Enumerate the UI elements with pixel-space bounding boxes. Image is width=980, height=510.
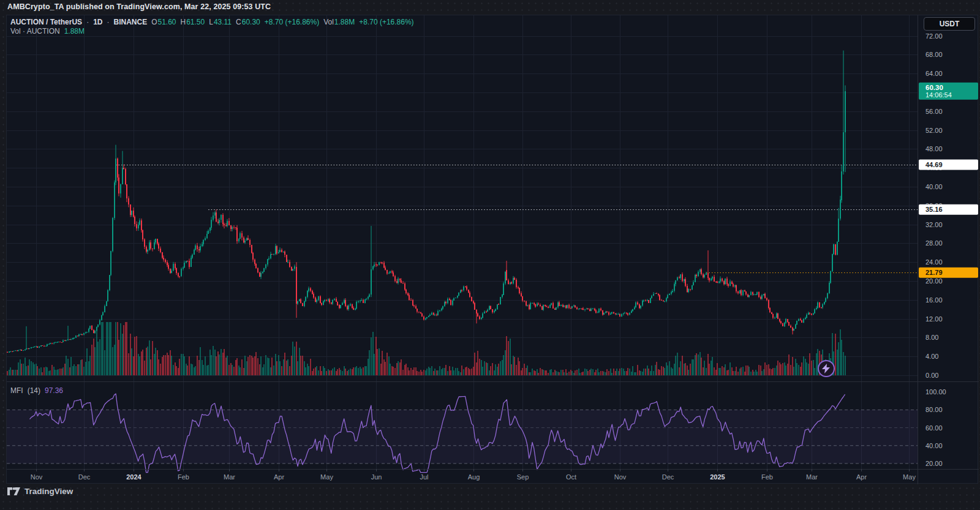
flash-icon-button[interactable] [818,360,835,377]
time-axis-label[interactable]: May [320,473,333,481]
legend-token: · [86,18,89,26]
legend-token: C [236,18,241,26]
legend-token: Vol · AUCTION [10,27,60,36]
candle-wicks-up [9,51,845,353]
price-axis-tick[interactable]: 20.00 [925,277,943,285]
price-axis-tick[interactable]: 72.00 [925,32,943,40]
legend-token: AUCTION / TetherUS [10,18,82,26]
price-axis-tick[interactable]: 64.00 [925,70,943,77]
price-axis-tick[interactable]: 24.00 [925,258,943,266]
time-axis-label[interactable]: Jun [371,473,382,481]
time-axis-label[interactable]: Oct [566,473,576,481]
level-axis-label-text: 35.16 [925,206,943,213]
time-axis-label[interactable]: 2024 [126,473,141,481]
price-axis-tick[interactable]: 16.00 [925,296,943,304]
legend-token: 1.88M [334,18,355,26]
legend-token: 1.88M [64,27,85,36]
volume-status-line: Vol · AUCTION1.88M [10,27,418,36]
price-axis-tick[interactable]: 40.00 [925,183,943,190]
mfi-legend-token: (14) [28,386,40,395]
time-axis-label[interactable]: Nov [31,473,43,481]
price-axis-tick[interactable]: 12.00 [925,315,943,323]
legend-token: 51.60 [157,18,176,26]
time-axis-label[interactable]: Mar [806,473,818,481]
legend-token: 1D [93,18,102,26]
legend-token: +8.70 (+16.86%) [359,18,413,26]
tradingview-logo[interactable]: TradingView [7,486,73,497]
price-axis-tick[interactable]: 48.00 [925,145,943,152]
level-axis-label-text: 44.69 [925,161,943,168]
legend-token: · [107,18,109,26]
time-axis-label[interactable]: Apr [856,473,867,481]
legend-token: 43.11 [214,18,232,26]
legend-token: L [209,18,213,26]
symbol-status-line: AUCTION / TetherUS·1D·BINANCEO51.60H61.5… [10,18,418,26]
time-axis-label[interactable]: Sep [517,473,529,481]
bar-countdown: 14:06:54 [925,91,952,99]
mfi-legend-token: MFI [10,386,23,395]
legend-token: O [151,18,157,26]
price-axis-tick[interactable]: 8.00 [925,334,938,341]
mfi-axis-tick[interactable]: 20.00 [925,460,943,467]
time-axis-label[interactable]: Aug [468,473,480,481]
time-axis-label[interactable]: Apr [274,473,284,481]
tradingview-mark-icon [7,486,20,497]
tradingview-wordmark: TradingView [24,487,73,496]
legend-token: Vol [323,18,334,26]
attribution-bar: AMBCrypto_TA published on TradingView.co… [7,2,271,11]
symbol-legend: AUCTION / TetherUS·1D·BINANCEO51.60H61.5… [10,18,418,36]
price-axis-tick[interactable]: 28.00 [925,239,943,247]
time-axis-label[interactable]: Feb [178,473,189,481]
mfi-axis-tick[interactable]: 40.00 [925,442,943,449]
price-axis-tick[interactable]: 56.00 [925,108,943,115]
mfi-axis-tick[interactable]: 60.00 [925,424,943,432]
mfi-legend-token: 97.36 [45,386,63,395]
time-axis-label[interactable]: May [903,473,916,481]
time-axis-label[interactable]: Nov [614,473,627,481]
legend-token: H [181,18,186,26]
price-axis-tick[interactable]: 4.00 [925,353,938,360]
price-chart[interactable]: 0.004.008.0012.0016.0020.0024.0028.0032.… [7,15,979,484]
legend-token: 61.50 [186,18,205,26]
legend-token: 60.30 [242,18,260,26]
candle-bodies-down [7,159,836,353]
legend-token: +8.70 (+16.86%) [265,18,319,26]
price-axis-tick[interactable]: 68.00 [925,51,943,58]
legend-token: BINANCE [113,18,147,26]
time-axis-label[interactable]: Dec [662,473,674,481]
time-axis-label[interactable]: Jul [420,473,428,481]
chart-container: 0.004.008.0012.0016.0020.0024.0028.0032.… [6,15,978,484]
time-axis-label[interactable]: Mar [224,473,235,481]
time-axis-label[interactable]: 2025 [710,473,725,481]
snapshot-page: { "page": { "watermark": "AMBCrypto_TA p… [0,0,980,510]
price-axis-tick[interactable]: 0.00 [925,372,938,379]
price-axis-tick[interactable]: 52.00 [925,127,943,134]
mfi-axis-tick[interactable]: 80.00 [925,406,943,413]
last-price-value: 60.30 [925,84,943,91]
lightning-icon [822,364,831,373]
price-axis-tick[interactable]: 32.00 [925,221,943,228]
time-axis-label[interactable]: Dec [78,473,91,481]
level-axis-label-text: 21.79 [925,269,943,276]
currency-toggle-button[interactable]: USDT [924,17,975,31]
mfi-status-line: MFI(14)97.36 [10,386,67,395]
time-axis-label[interactable]: Feb [761,473,773,481]
mfi-axis-tick[interactable]: 100.00 [925,388,946,396]
